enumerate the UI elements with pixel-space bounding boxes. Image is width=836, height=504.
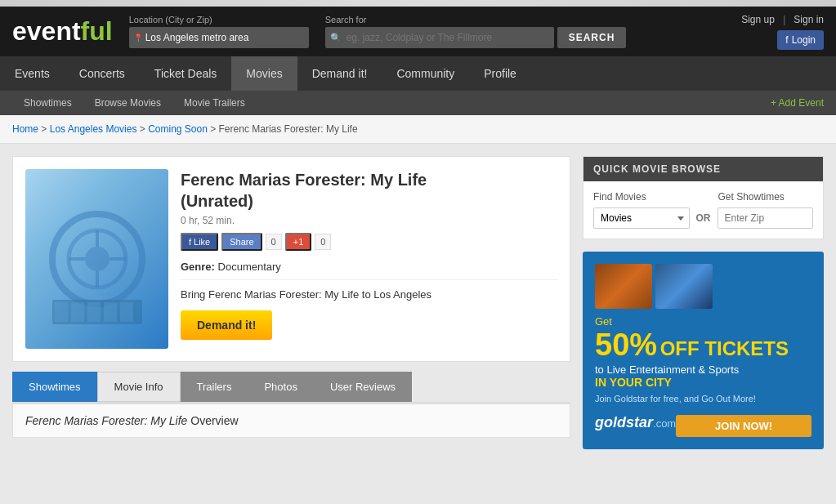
genre-line: Genre: Documentary xyxy=(181,261,557,280)
social-bar: f Like Share 0 +1 0 xyxy=(181,233,557,251)
overview-title-rest: Overview xyxy=(187,414,238,427)
google-plus-button[interactable]: +1 xyxy=(285,233,312,251)
overview-section: Ferenc Marias Forester: My Life Overview xyxy=(12,402,570,438)
nav-profile[interactable]: Profile xyxy=(469,56,531,91)
sub-nav-left: Showtimes Browse Movies Movie Trailers xyxy=(12,91,257,115)
auth-divider: | xyxy=(783,13,785,25)
movie-card: Ferenc Marias Forester: My Life (Unrated… xyxy=(12,156,570,362)
quick-browse-header: QUICK MOVIE BROWSE xyxy=(583,157,823,181)
ad-images xyxy=(595,264,811,309)
ad-banner-inner: Get 50% OFF TICKETS to Live Entertainmen… xyxy=(583,252,824,449)
ad-image-2 xyxy=(655,264,713,309)
breadcrumb-sep-3: > xyxy=(210,123,218,135)
ad-bar-top xyxy=(0,0,836,7)
nav-concerts[interactable]: Concerts xyxy=(65,56,140,91)
browse-inputs: Movies OR xyxy=(593,207,813,229)
signin-link[interactable]: Sign in xyxy=(794,14,824,25)
quick-browse-body: Find Movies Get Showtimes Movies OR xyxy=(583,181,823,239)
join-now-button[interactable]: JOIN NOW! xyxy=(676,415,811,437)
ad-offer: 50% OFF TICKETS xyxy=(595,329,811,360)
sub-nav-showtimes[interactable]: Showtimes xyxy=(12,91,83,115)
facebook-like-button[interactable]: f Like xyxy=(181,233,218,251)
location-input[interactable] xyxy=(129,27,309,48)
add-event-button[interactable]: + Add Event xyxy=(771,97,824,109)
nav-demand-it[interactable]: Demand it! xyxy=(297,56,382,91)
ad-off: OFF TICKETS xyxy=(660,337,789,359)
auth-section: Sign up | Sign in f Login xyxy=(741,13,824,50)
svg-rect-11 xyxy=(104,302,117,322)
or-text: OR xyxy=(696,212,711,224)
movie-poster xyxy=(25,169,168,349)
ad-logo-suffix: .com xyxy=(653,417,676,430)
nav-community[interactable]: Community xyxy=(382,56,469,91)
breadcrumb-current: Ferenc Marias Forester: My Life xyxy=(219,123,358,135)
search-button[interactable]: SEARCH xyxy=(557,27,627,48)
search-group: Search for SEARCH xyxy=(325,15,627,48)
genre-value: Documentary xyxy=(218,261,281,273)
zip-input-wrapper xyxy=(718,207,814,229)
logo-ful: ful xyxy=(81,16,113,46)
demand-it-button[interactable]: Demand it! xyxy=(181,310,272,340)
ad-banner: Get 50% OFF TICKETS to Live Entertainmen… xyxy=(583,252,824,449)
breadcrumb-home[interactable]: Home xyxy=(12,123,38,135)
find-movies-select-wrapper: Movies xyxy=(593,207,690,229)
movie-info: Ferenc Marias Forester: My Life (Unrated… xyxy=(181,169,557,349)
signup-link[interactable]: Sign up xyxy=(741,14,775,25)
facebook-login-button[interactable]: f Login xyxy=(777,30,824,50)
breadcrumb: Home > Los Angeles Movies > Coming Soon … xyxy=(0,115,836,144)
fb-icon-small: f xyxy=(189,237,191,247)
nav-movies[interactable]: Movies xyxy=(231,56,297,91)
main-content: Ferenc Marias Forester: My Life (Unrated… xyxy=(0,144,836,462)
ad-sub-text: Join Goldstar for free, and Go Out More! xyxy=(595,394,811,404)
nav-events[interactable]: Events xyxy=(0,56,65,91)
svg-rect-9 xyxy=(71,302,84,322)
movie-title: Ferenc Marias Forester: My Life (Unrated… xyxy=(181,169,557,212)
browse-labels: Find Movies Get Showtimes xyxy=(593,191,813,203)
tab-photos[interactable]: Photos xyxy=(248,372,313,402)
tab-movie-info[interactable]: Movie Info xyxy=(97,372,181,402)
ad-footer: goldstar.com JOIN NOW! xyxy=(595,408,811,437)
logo-event: event xyxy=(12,16,81,46)
ad-city-text: IN YOUR CITY xyxy=(595,376,811,389)
sub-nav-movie-trailers[interactable]: Movie Trailers xyxy=(172,91,257,115)
overview-title: Ferenc Marias Forester: My Life Overview xyxy=(13,402,570,437)
movie-section: Ferenc Marias Forester: My Life (Unrated… xyxy=(12,156,570,449)
tab-user-reviews[interactable]: User Reviews xyxy=(314,372,412,402)
ad-percent: 50% xyxy=(595,328,657,362)
ad-logo: goldstar.com xyxy=(595,414,676,431)
tab-trailers[interactable]: Trailers xyxy=(181,372,248,402)
sidebar: QUICK MOVIE BROWSE Find Movies Get Showt… xyxy=(583,156,824,449)
facebook-icon: f xyxy=(785,34,788,46)
breadcrumb-sep-2: > xyxy=(140,123,148,135)
fb-login-label: Login xyxy=(792,34,816,46)
gplus-count: 0 xyxy=(315,234,331,250)
ad-mid-text: to Live Entertainment & Sports xyxy=(595,364,811,376)
facebook-share-button[interactable]: Share xyxy=(221,233,262,251)
search-input[interactable] xyxy=(325,27,554,48)
location-label: Location (City or Zip) xyxy=(129,15,309,25)
movie-top: Ferenc Marias Forester: My Life (Unrated… xyxy=(25,169,557,349)
breadcrumb-la-movies[interactable]: Los Angeles Movies xyxy=(50,123,137,135)
demand-text: Bring Ferenc Marias Forester: My Life to… xyxy=(181,288,557,301)
svg-rect-8 xyxy=(55,302,68,322)
ad-logo-text: goldstar xyxy=(595,414,653,430)
find-movies-label: Find Movies xyxy=(593,191,689,203)
svg-point-2 xyxy=(85,247,110,271)
search-label: Search for xyxy=(325,15,627,25)
get-showtimes-label: Get Showtimes xyxy=(718,191,814,203)
main-nav: Events Concerts Ticket Deals Movies Dema… xyxy=(0,56,836,91)
sub-nav: Showtimes Browse Movies Movie Trailers +… xyxy=(0,91,836,115)
breadcrumb-coming-soon[interactable]: Coming Soon xyxy=(148,123,208,135)
sub-nav-browse-movies[interactable]: Browse Movies xyxy=(83,91,172,115)
overview-title-italic: Ferenc Marias Forester: My Life xyxy=(25,414,187,427)
svg-rect-10 xyxy=(87,302,101,322)
tab-showtimes[interactable]: Showtimes xyxy=(12,372,97,402)
quick-browse: QUICK MOVIE BROWSE Find Movies Get Showt… xyxy=(583,156,824,239)
logo[interactable]: eventful xyxy=(12,16,113,47)
location-group: Location (City or Zip) xyxy=(129,15,309,48)
zip-input[interactable] xyxy=(718,207,814,229)
find-movies-select[interactable]: Movies xyxy=(593,207,690,229)
like-count: 0 xyxy=(266,234,282,250)
header: eventful Location (City or Zip) Search f… xyxy=(0,7,836,56)
nav-ticket-deals[interactable]: Ticket Deals xyxy=(140,56,232,91)
